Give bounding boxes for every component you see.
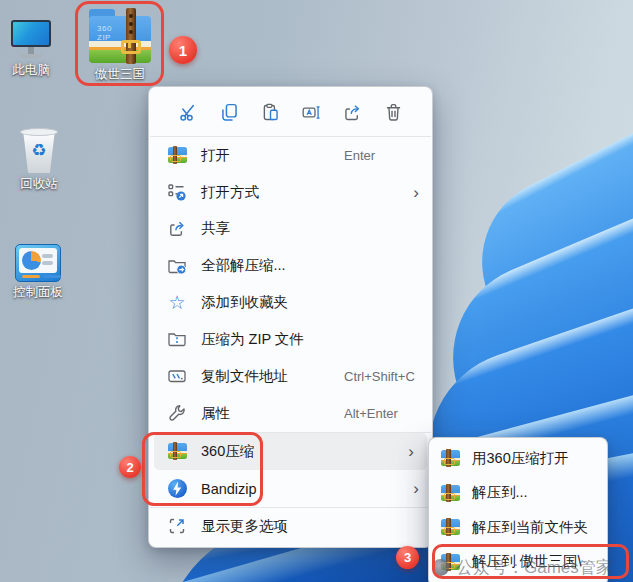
icon-label: 傲世三国 [95, 67, 145, 81]
delete-button[interactable] [378, 98, 408, 128]
annotation-badge-step3: 3 [396, 546, 419, 569]
show-more-icon [167, 516, 187, 536]
zipper-strap [126, 8, 136, 64]
context-menu: 打开 Enter 打开方式 › 共享 全部解压缩... ☆ 添加到收藏夹 [148, 86, 433, 548]
desktop-icon-control-panel[interactable]: 控制面板 [8, 244, 68, 299]
menu-item-label: 添加到收藏夹 [201, 293, 288, 312]
menu-item-add-favorites[interactable]: ☆ 添加到收藏夹 [149, 284, 432, 321]
menu-item-label: 属性 [201, 404, 230, 423]
submenu-item-extract-to[interactable]: 解压到... [429, 476, 607, 511]
360zip-icon [441, 519, 460, 535]
360zip-icon [441, 485, 460, 501]
this-pc-icon [9, 20, 53, 60]
monitor-screen [11, 20, 51, 47]
share-icon [167, 219, 187, 239]
menu-item-copy-path[interactable]: 复制文件地址 Ctrl+Shift+C [149, 358, 432, 395]
desktop-icon-this-pc[interactable]: 此电脑 [2, 20, 60, 77]
icon-label: 此电脑 [12, 63, 50, 77]
menu-item-show-more-options[interactable]: 显示更多选项 [149, 508, 432, 544]
shortcut-label: Enter [344, 148, 375, 163]
submenu-item-extract-current-folder[interactable]: 解压到当前文件夹 [429, 510, 607, 545]
zip-icon-text: 360 ZIP [97, 24, 112, 42]
desktop: 此电脑 360 ZIP 傲世三国 ♻ 回收站 控制面板 [0, 0, 633, 582]
menu-item-properties[interactable]: 属性 Alt+Enter [149, 395, 432, 432]
properties-wrench-icon [167, 403, 187, 423]
zipper-buckle [121, 40, 141, 54]
menu-item-label: 共享 [201, 219, 230, 238]
submenu-item-label: 解压到... [472, 483, 528, 502]
watermark-logo-icon [432, 559, 449, 576]
menu-item-share[interactable]: 共享 [149, 210, 432, 247]
menu-item-360zip[interactable]: 360压缩 › [154, 433, 427, 470]
menu-item-label: Bandizip [201, 481, 257, 497]
rename-icon [301, 102, 322, 123]
menu-item-bandizip[interactable]: Bandizip › [149, 470, 432, 507]
watermark: 公众号：Games管家 [432, 556, 613, 579]
submenu-item-label: 用360压缩打开 [472, 449, 569, 468]
control-panel-icon [15, 244, 61, 282]
menu-item-compress-zip[interactable]: 压缩为 ZIP 文件 [149, 321, 432, 358]
menu-item-open-with[interactable]: 打开方式 › [149, 174, 432, 211]
bars-glyph [22, 275, 40, 278]
annotation-badge-step1: 1 [169, 36, 197, 64]
bandizip-icon [168, 479, 187, 498]
cut-button[interactable] [173, 98, 203, 128]
extract-all-icon [167, 256, 187, 276]
rename-button[interactable] [296, 98, 326, 128]
chevron-right-icon: › [413, 480, 419, 497]
share-icon [342, 102, 363, 123]
desktop-icon-recycle-bin[interactable]: ♻ 回收站 [11, 126, 67, 191]
menu-item-label: 压缩为 ZIP 文件 [201, 330, 304, 349]
share-button[interactable] [337, 98, 367, 128]
delete-icon [383, 102, 404, 123]
monitor-base [20, 54, 42, 58]
menu-item-label: 显示更多选项 [201, 517, 288, 536]
pie-chart-glyph [22, 251, 41, 270]
paste-icon [260, 102, 281, 123]
shortcut-label: Ctrl+Shift+C [344, 369, 415, 384]
submenu-item-open-with-360zip[interactable]: 用360压缩打开 [429, 441, 607, 476]
star-icon: ☆ [168, 293, 185, 312]
open-with-icon [167, 182, 187, 202]
menu-item-open[interactable]: 打开 Enter [149, 137, 432, 174]
menu-item-label: 360压缩 [201, 442, 254, 461]
copy-path-icon [167, 366, 187, 386]
360zip-archive-icon: 360 ZIP [88, 8, 152, 64]
chevron-right-icon: › [408, 443, 414, 460]
icon-label: 控制面板 [13, 285, 63, 299]
desktop-icon-archive[interactable]: 360 ZIP 傲世三国 [85, 8, 155, 81]
annotation-badge-step2: 2 [119, 456, 141, 478]
menu-item-label: 复制文件地址 [201, 367, 288, 386]
bin-rim [20, 128, 58, 136]
submenu-item-label: 解压到当前文件夹 [472, 518, 588, 537]
paste-button[interactable] [255, 98, 285, 128]
copy-icon [219, 102, 240, 123]
copy-button[interactable] [214, 98, 244, 128]
cut-icon [178, 102, 199, 123]
menu-item-label: 全部解压缩... [201, 256, 286, 275]
monitor-stem [28, 47, 34, 54]
watermark-text: 公众号：Games管家 [456, 556, 613, 579]
shortcut-label: Alt+Enter [344, 406, 398, 421]
menu-item-extract-all[interactable]: 全部解压缩... [149, 247, 432, 284]
zip-file-icon [167, 329, 187, 349]
360zip-icon [168, 147, 187, 163]
recycle-bin-icon: ♻ [19, 126, 59, 174]
recycle-symbol-icon: ♻ [19, 140, 59, 161]
360zip-icon [441, 450, 460, 466]
toggle-glyph [42, 254, 53, 258]
context-menu-toolbar [149, 90, 432, 136]
menu-item-label: 打开 [201, 146, 230, 165]
360zip-icon [168, 443, 187, 459]
menu-item-label: 打开方式 [201, 183, 259, 202]
chevron-right-icon: › [413, 184, 419, 201]
icon-label: 回收站 [20, 177, 58, 191]
